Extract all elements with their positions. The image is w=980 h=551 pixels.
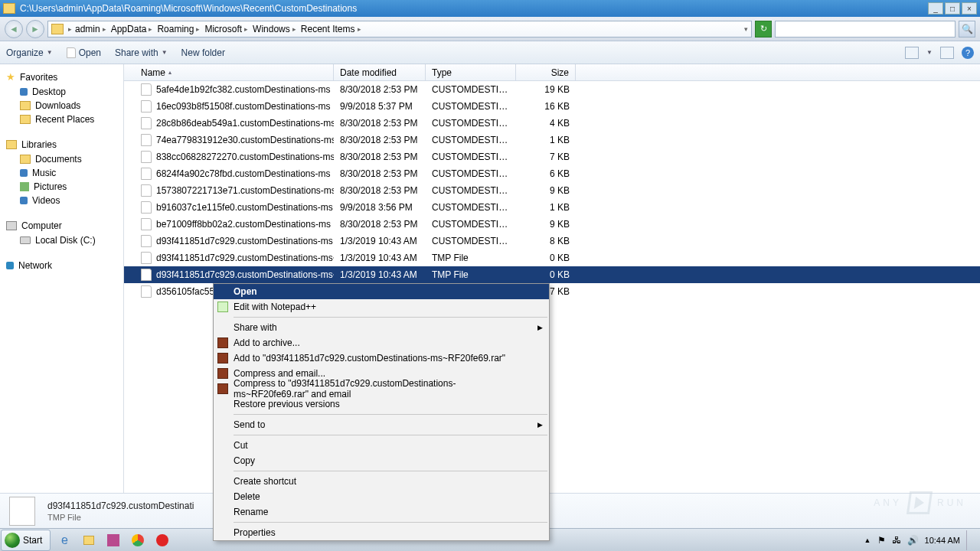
sidebar-item-recent-places[interactable]: Recent Places <box>0 112 123 126</box>
table-row[interactable]: d93f411851d7c929.customDestinations-ms1/… <box>124 233 980 249</box>
sidebar-group-computer[interactable]: Computer <box>0 218 123 233</box>
file-type: CUSTOMDESTINATI... <box>426 135 516 145</box>
file-date: 1/3/2019 10:43 AM <box>334 269 426 280</box>
breadcrumb[interactable]: ▸ admin▸ AppData▸ Roaming▸ Microsoft▸ Wi… <box>47 21 752 37</box>
submenu-arrow-icon: ▶ <box>537 421 543 429</box>
sidebar-item-desktop[interactable]: Desktop <box>0 85 123 99</box>
view-options-button[interactable] <box>905 47 919 59</box>
context-rename[interactable]: Rename <box>214 504 549 520</box>
file-type: CUSTOMDESTINATI... <box>426 219 516 230</box>
chevron-down-icon[interactable]: ▾ <box>744 25 748 33</box>
tray-flag-icon[interactable]: ⚑ <box>877 535 886 546</box>
breadcrumb-item: AppData▸ <box>109 24 155 34</box>
context-delete[interactable]: Delete <box>214 489 549 504</box>
file-name: 16ec093b8f51508f.customDestinations-ms <box>156 101 330 112</box>
context-properties[interactable]: Properties <box>214 525 549 540</box>
computer-icon <box>6 221 17 230</box>
context-add-archive[interactable]: Add to archive... <box>214 335 549 350</box>
nav-forward-button[interactable]: ► <box>26 20 44 38</box>
table-row[interactable]: d93f411851d7c929.customDestinations-ms~1… <box>124 266 980 283</box>
table-row[interactable]: 74ea779831912e30.customDestinations-ms8/… <box>124 132 980 148</box>
pictures-icon <box>20 182 29 191</box>
minimize-button[interactable]: _ <box>928 2 943 15</box>
context-share-with[interactable]: Share with▶ <box>214 320 549 335</box>
context-open[interactable]: Open <box>214 284 549 299</box>
sidebar-item-downloads[interactable]: Downloads <box>0 99 123 112</box>
taskbar-chrome[interactable] <box>127 530 149 550</box>
search-button[interactable]: 🔍 <box>959 21 975 37</box>
table-row[interactable]: 28c8b86deab549a1.customDestinations-ms8/… <box>124 115 980 132</box>
videos-icon <box>20 197 28 204</box>
sidebar-group-libraries[interactable]: Libraries <box>0 137 123 152</box>
column-date-modified[interactable]: Date modified <box>334 64 426 80</box>
context-copy[interactable]: Copy <box>214 453 549 468</box>
context-add-to-rar[interactable]: Add to "d93f411851d7c929.customDestinati… <box>214 350 549 366</box>
navigation-sidebar: ★Favorites Desktop Downloads Recent Plac… <box>0 64 124 493</box>
details-filetype: TMP File <box>47 513 194 522</box>
table-row[interactable]: 16ec093b8f51508f.customDestinations-ms9/… <box>124 98 980 115</box>
nav-back-button[interactable]: ◄ <box>5 20 23 38</box>
chevron-down-icon[interactable]: ▼ <box>926 49 933 56</box>
organize-button[interactable]: Organize▼ <box>6 47 53 58</box>
tray-volume-icon[interactable]: 🔊 <box>907 535 919 546</box>
table-row[interactable]: 6824f4a902c78fbd.customDestinations-ms8/… <box>124 165 980 182</box>
column-name[interactable]: Name▴ <box>135 64 334 80</box>
file-size: 0 KB <box>516 253 576 263</box>
file-icon <box>141 83 152 96</box>
close-button[interactable]: × <box>962 2 977 15</box>
file-icon <box>141 252 152 264</box>
table-row[interactable]: 838cc06828272270.customDestinations-ms8/… <box>124 148 980 165</box>
sidebar-item-videos[interactable]: Videos <box>0 194 123 207</box>
sidebar-group-network[interactable]: Network <box>0 258 123 273</box>
show-desktop-button[interactable] <box>966 530 974 550</box>
open-button[interactable]: Open <box>67 47 101 58</box>
file-size: 9 KB <box>516 185 576 196</box>
file-name: d93f411851d7c929.customDestinations-ms~ <box>156 269 334 280</box>
tray-network-icon[interactable]: 🖧 <box>892 535 901 546</box>
context-cut[interactable]: Cut <box>214 438 549 453</box>
file-type: CUSTOMDESTINATI... <box>426 118 516 129</box>
star-icon: ★ <box>6 71 15 83</box>
file-date: 1/3/2019 10:43 AM <box>334 253 426 263</box>
new-folder-button[interactable]: New folder <box>181 47 225 58</box>
notepad-icon <box>217 302 228 312</box>
start-button[interactable]: Start <box>1 530 51 551</box>
sidebar-item-music[interactable]: Music <box>0 166 123 180</box>
sidebar-item-local-disk[interactable]: Local Disk (C:) <box>0 233 123 247</box>
taskbar-app[interactable] <box>103 530 124 550</box>
context-edit-notepad[interactable]: Edit with Notepad++ <box>214 299 549 315</box>
table-row[interactable]: 1573807221713e71.customDestinations-ms8/… <box>124 182 980 199</box>
context-create-shortcut[interactable]: Create shortcut <box>214 474 549 489</box>
column-size[interactable]: Size <box>516 64 576 80</box>
help-button[interactable]: ? <box>962 47 974 59</box>
refresh-button[interactable]: ↻ <box>755 21 772 37</box>
file-size: 6 KB <box>516 168 576 179</box>
file-size: 16 KB <box>516 101 576 112</box>
taskbar-opera[interactable] <box>152 530 173 550</box>
breadcrumb-item: Recent Items▸ <box>299 24 363 34</box>
table-row[interactable]: be71009ff8bb02a2.customDestinations-ms8/… <box>124 216 980 233</box>
maximize-button[interactable]: □ <box>945 2 960 15</box>
context-restore[interactable]: Restore previous versions <box>214 396 549 412</box>
share-with-button[interactable]: Share with▼ <box>115 47 168 58</box>
sidebar-item-pictures[interactable]: Pictures <box>0 180 123 194</box>
tray-chevron-icon[interactable]: ▲ <box>864 536 871 544</box>
column-headers: Name▴ Date modified Type Size <box>124 64 980 81</box>
search-input[interactable] <box>775 21 956 37</box>
taskbar-explorer[interactable] <box>78 530 100 550</box>
context-compress-to-email[interactable]: Compress to "d93f411851d7c929.customDest… <box>214 381 549 396</box>
sidebar-item-documents[interactable]: Documents <box>0 152 123 166</box>
taskbar-clock[interactable]: 10:44 AM <box>925 536 960 545</box>
file-icon <box>141 117 152 129</box>
context-send-to[interactable]: Send to▶ <box>214 417 549 432</box>
table-row[interactable]: b916037c1e115fe0.customDestinations-ms9/… <box>124 199 980 216</box>
column-type[interactable]: Type <box>426 64 516 80</box>
table-row[interactable]: d93f411851d7c929.customDestinations-ms~.… <box>124 249 980 266</box>
documents-icon <box>20 155 31 164</box>
sidebar-group-favorites[interactable]: ★Favorites <box>0 69 123 85</box>
table-row[interactable]: 5afe4de1b92fc382.customDestinations-ms8/… <box>124 81 980 98</box>
context-menu: Open Edit with Notepad++ Share with▶ Add… <box>213 283 550 541</box>
preview-pane-button[interactable] <box>940 47 954 59</box>
taskbar-ie[interactable]: e <box>54 530 75 550</box>
file-icon <box>141 134 152 146</box>
